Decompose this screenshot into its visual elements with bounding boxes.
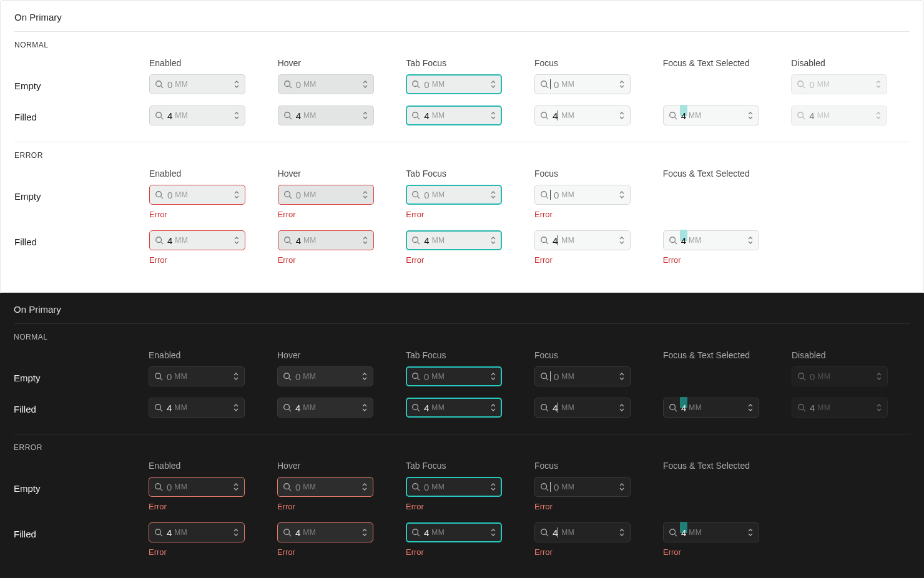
stepper-arrows-icon[interactable] (619, 403, 625, 413)
stepper-arrows-icon[interactable] (490, 110, 496, 120)
stepper-empty-tabfocus[interactable]: 0MM (406, 366, 502, 386)
stepper-arrows-icon[interactable] (747, 235, 754, 245)
stepper-error-empty-focus[interactable]: 0MM (534, 477, 631, 497)
stepper-arrows-icon[interactable] (619, 79, 625, 89)
search-icon (540, 190, 549, 199)
stepper-empty-hover[interactable]: 0 MM (278, 74, 374, 94)
svg-point-70 (155, 529, 161, 535)
stepper-arrows-icon[interactable] (362, 79, 368, 89)
search-icon (669, 403, 677, 412)
stepper-arrows-icon[interactable] (490, 235, 496, 245)
svg-point-58 (670, 404, 676, 410)
stepper-arrows-icon[interactable] (619, 527, 625, 537)
svg-line-47 (546, 378, 549, 381)
stepper-error-filled-selected[interactable]: 4 MM (663, 230, 759, 250)
stepper-error-empty-tabfocus[interactable]: 0MM (406, 185, 502, 205)
stepper-arrows-icon[interactable] (490, 190, 496, 200)
svg-line-35 (418, 242, 420, 245)
stepper-filled-hover[interactable]: 4MM (277, 398, 373, 418)
stepper-arrows-icon[interactable] (747, 403, 754, 413)
stepper-arrows-icon[interactable] (362, 235, 368, 245)
stepper-arrows-icon[interactable] (233, 190, 240, 200)
stepper-error-filled-focus[interactable]: 4 MM (534, 522, 631, 542)
stepper-arrows-icon[interactable] (233, 403, 239, 413)
stepper-arrows-icon[interactable] (233, 527, 239, 537)
stepper-arrows-icon[interactable] (361, 482, 368, 492)
stepper-arrows-icon[interactable] (619, 110, 625, 120)
stepper-arrows-icon[interactable] (362, 110, 368, 120)
svg-point-68 (541, 484, 547, 489)
stepper-arrows-icon[interactable] (361, 371, 368, 381)
search-icon (797, 403, 806, 412)
stepper-arrows-icon[interactable] (233, 110, 240, 120)
svg-line-65 (289, 489, 292, 491)
stepper-arrows-icon[interactable] (619, 190, 625, 200)
stepper-error-empty-enabled[interactable]: 0MM (149, 477, 245, 497)
svg-line-63 (160, 489, 163, 491)
col-disabled: Disabled (791, 58, 910, 74)
svg-point-74 (413, 529, 418, 535)
stepper-empty-disabled: 0 MM (791, 74, 887, 94)
svg-point-66 (413, 484, 418, 489)
svg-line-45 (418, 378, 420, 381)
search-icon (411, 111, 420, 120)
stepper-arrows-icon[interactable] (619, 371, 625, 381)
stepper-arrows-icon[interactable] (233, 482, 239, 492)
stepper-arrows-icon[interactable] (619, 235, 625, 245)
stepper-filled-tabfocus[interactable]: 4MM (406, 398, 502, 418)
stepper-empty-enabled[interactable]: 0MM (149, 366, 245, 386)
stepper-empty-enabled[interactable]: 0 MM (149, 74, 245, 94)
stepper-placeholder: 0 (167, 79, 172, 90)
divider (14, 434, 910, 434)
stepper-empty-focus[interactable]: 0MM (534, 366, 631, 386)
stepper-filled-enabled[interactable]: 4MM (149, 398, 245, 418)
stepper-arrows-icon[interactable] (747, 110, 754, 120)
panel-title: On Primary (14, 304, 910, 315)
stepper-error-empty-hover[interactable]: 0MM (278, 185, 374, 205)
svg-point-76 (541, 529, 547, 535)
stepper-arrows-icon[interactable] (361, 527, 368, 537)
stepper-arrows-icon[interactable] (747, 527, 754, 537)
stepper-empty-focus[interactable]: 0 MM (534, 74, 631, 94)
stepper-error-empty-enabled[interactable]: 0MM (149, 185, 245, 205)
stepper-empty-tabfocus[interactable]: 0 MM (406, 74, 502, 94)
svg-line-9 (803, 86, 805, 89)
stepper-empty-hover[interactable]: 0MM (277, 366, 373, 386)
search-icon (540, 482, 549, 491)
stepper-arrows-icon[interactable] (490, 79, 496, 89)
stepper-filled-selected[interactable]: 4 MM (663, 398, 759, 418)
stepper-error-empty-hover[interactable]: 0MM (277, 477, 373, 497)
stepper-arrows-icon[interactable] (233, 79, 240, 89)
stepper-filled-focus[interactable]: 4 MM (534, 398, 631, 418)
svg-point-54 (413, 404, 418, 410)
normal-grid-light: Enabled Hover Tab Focus Focus Focus & Te… (14, 58, 910, 137)
stepper-filled-selected[interactable]: 4 MM (663, 105, 759, 125)
stepper-arrows-icon[interactable] (362, 190, 368, 200)
stepper-arrows-icon[interactable] (490, 371, 496, 381)
svg-line-69 (546, 489, 549, 491)
stepper-arrows-icon[interactable] (233, 371, 239, 381)
stepper-arrows-icon[interactable] (490, 403, 496, 413)
stepper-error-filled-enabled[interactable]: 4MM (149, 522, 245, 542)
stepper-error-filled-tabfocus[interactable]: 4MM (406, 522, 502, 542)
svg-point-46 (541, 373, 547, 379)
stepper-arrows-icon[interactable] (361, 403, 368, 413)
stepper-error-empty-tabfocus[interactable]: 0MM (406, 477, 502, 497)
stepper-error-filled-enabled[interactable]: 4MM (149, 230, 245, 250)
stepper-filled-enabled[interactable]: 4 MM (149, 105, 245, 125)
stepper-arrows-icon[interactable] (233, 235, 240, 245)
stepper-arrows-icon[interactable] (490, 482, 496, 492)
stepper-error-filled-selected[interactable]: 4 MM (663, 522, 759, 542)
stepper-error-filled-focus[interactable]: 4 MM (534, 230, 631, 250)
stepper-arrows-icon[interactable] (619, 482, 625, 492)
search-icon (411, 190, 420, 199)
stepper-error-empty-focus[interactable]: 0MM (534, 185, 631, 205)
stepper-arrows-icon[interactable] (490, 527, 496, 537)
stepper-error-filled-tabfocus[interactable]: 4MM (406, 230, 502, 250)
stepper-filled-focus[interactable]: 4 MM (534, 105, 631, 125)
search-icon (540, 236, 549, 245)
stepper-error-filled-hover[interactable]: 4MM (277, 522, 373, 542)
stepper-filled-hover[interactable]: 4 MM (278, 105, 374, 125)
stepper-error-filled-hover[interactable]: 4MM (278, 230, 374, 250)
stepper-filled-tabfocus[interactable]: 4 MM (406, 105, 502, 125)
